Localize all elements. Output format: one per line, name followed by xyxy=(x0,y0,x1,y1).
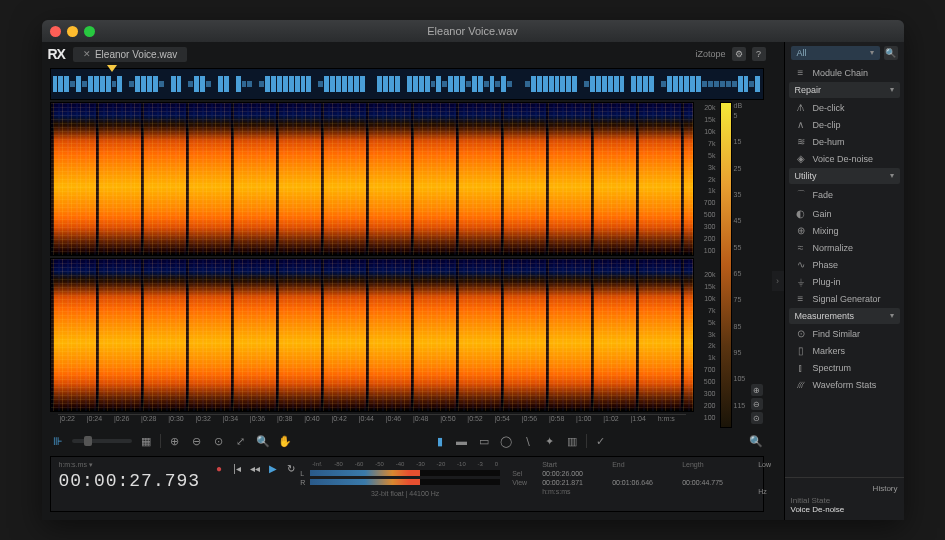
zoom-in-v-button[interactable]: ⊕ xyxy=(751,384,763,396)
module-icon: ⏚ xyxy=(795,276,807,287)
module-chain-button[interactable]: ≡ Module Chain xyxy=(785,64,904,81)
help-button[interactable]: ? xyxy=(752,47,766,61)
spectrogram-right[interactable] xyxy=(50,258,694,412)
history-initial[interactable]: Initial State xyxy=(791,496,898,505)
traffic-lights xyxy=(50,26,95,37)
module-search-button[interactable]: 🔍 xyxy=(884,46,898,60)
close-tab-icon[interactable]: ✕ xyxy=(83,49,91,59)
selection-info: Start End Length Sel 00:00:26.000 View 0… xyxy=(512,461,746,495)
play-button[interactable]: ▶ xyxy=(266,461,280,475)
apply-button[interactable]: ✓ xyxy=(593,433,609,449)
spectrogram-left[interactable] xyxy=(50,102,694,256)
module-de-hum[interactable]: ≋De-hum xyxy=(785,133,904,150)
audio-format-label: 32-bit float | 44100 Hz xyxy=(310,490,500,497)
timecode-display: 00:00:27.793 xyxy=(59,471,201,491)
search-button[interactable]: 🔍 xyxy=(255,433,271,449)
module-phase[interactable]: ∿Phase xyxy=(785,256,904,273)
module-signal-generator[interactable]: ≡Signal Generator xyxy=(785,290,904,307)
module-gain[interactable]: ◐Gain xyxy=(785,205,904,222)
transport-buttons: ● |◂ ◂◂ ▶ ↻ xyxy=(212,461,298,475)
module-icon: ⫻ xyxy=(795,379,807,390)
module-icon: ▯ xyxy=(795,345,807,356)
module-voice-de-noise[interactable]: ◈Voice De-noise xyxy=(785,150,904,167)
module-icon: ⌒ xyxy=(795,188,807,202)
lasso-tool[interactable]: ◯ xyxy=(498,433,514,449)
timecode-block: h:m:s.ms ▾ 00:00:27.793 xyxy=(59,461,201,491)
loop-button[interactable]: ↻ xyxy=(284,461,298,475)
module-icon: ∧ xyxy=(795,119,807,130)
module-group-measurements[interactable]: Measurements▾ xyxy=(789,308,900,324)
window-title: Eleanor Voice.wav xyxy=(42,25,904,37)
minimize-window-button[interactable] xyxy=(67,26,78,37)
time-format-selector[interactable]: h:m:s.ms ▾ xyxy=(59,461,201,469)
playhead-marker[interactable] xyxy=(107,65,117,72)
module-filter-select[interactable]: All ▾ xyxy=(791,46,880,60)
file-tab[interactable]: ✕ Eleanor Voice.wav xyxy=(73,47,187,62)
spectrogram-view-button[interactable]: ▦ xyxy=(138,433,154,449)
module-normalize[interactable]: ≈Normalize xyxy=(785,239,904,256)
chain-icon: ≡ xyxy=(795,67,807,78)
module-group-repair[interactable]: Repair▾ xyxy=(789,82,900,98)
sidebar-collapse-button[interactable]: › xyxy=(772,271,784,291)
meter-right: R xyxy=(310,479,500,485)
module-icon: ⊙ xyxy=(795,328,807,339)
app-window: Eleanor Voice.wav RX ✕ Eleanor Voice.wav… xyxy=(42,20,904,520)
meter-scale: -Inf.-80-60-50-40-30-20-10-30 xyxy=(310,461,500,467)
zoom-h-button[interactable]: 🔍 xyxy=(748,433,764,449)
module-waveform-stats[interactable]: ⫻Waveform Stats xyxy=(785,376,904,393)
record-button[interactable]: ● xyxy=(212,461,226,475)
settings-button[interactable]: ⚙ xyxy=(732,47,746,61)
region-tool[interactable]: ▥ xyxy=(564,433,580,449)
time-select-tool[interactable]: ▮ xyxy=(432,433,448,449)
freq-select-tool[interactable]: ▭ xyxy=(476,433,492,449)
top-toolbar: RX ✕ Eleanor Voice.wav iZotope ⚙ ? xyxy=(42,42,772,66)
module-spectrum[interactable]: ⫿Spectrum xyxy=(785,359,904,376)
amplitude-colorbar xyxy=(720,102,732,428)
meter-left: L xyxy=(310,470,500,476)
module-de-click[interactable]: ⩚De-click xyxy=(785,99,904,116)
history-label[interactable]: History xyxy=(791,484,898,493)
main-panel: RX ✕ Eleanor Voice.wav iZotope ⚙ ? xyxy=(42,42,772,520)
zoom-out-v-button[interactable]: ⊖ xyxy=(751,398,763,410)
zoom-window-button[interactable] xyxy=(84,26,95,37)
module-de-clip[interactable]: ∧De-clip xyxy=(785,116,904,133)
history-panel: History Initial State Voice De-noise xyxy=(785,477,904,520)
zoom-fit-button[interactable]: ⤢ xyxy=(233,433,249,449)
wand-tool[interactable]: ✦ xyxy=(542,433,558,449)
brand-label: iZotope xyxy=(695,49,725,59)
frequency-ruler: 20k15k10k7k5k3k2k1k700500300200100​20k15… xyxy=(694,102,718,428)
module-mixing[interactable]: ⊕Mixing xyxy=(785,222,904,239)
waveform-view-button[interactable]: ⊪ xyxy=(50,433,66,449)
module-icon: ⫿ xyxy=(795,362,807,373)
spectrogram-area: |0:22|0:24|0:26|0:28|0:30|0:32|0:34|0:36… xyxy=(42,102,772,428)
zoom-in-button[interactable]: ⊕ xyxy=(167,433,183,449)
history-last[interactable]: Voice De-noise xyxy=(791,505,898,514)
grab-tool-button[interactable]: ✋ xyxy=(277,433,293,449)
titlebar: Eleanor Voice.wav xyxy=(42,20,904,42)
waveform-overview[interactable] xyxy=(50,68,764,100)
brush-tool[interactable]: ∖ xyxy=(520,433,536,449)
sidebar-top: All ▾ 🔍 xyxy=(785,42,904,64)
level-meters: -Inf.-80-60-50-40-30-20-10-30 L R 32-bit… xyxy=(310,461,500,497)
zoom-out-button[interactable]: ⊖ xyxy=(189,433,205,449)
zoom-sel-button[interactable]: ⊙ xyxy=(211,433,227,449)
tf-select-tool[interactable]: ▬ xyxy=(454,433,470,449)
module-icon: ⩚ xyxy=(795,102,807,113)
zoom-reset-v-button[interactable]: ⊙ xyxy=(751,412,763,424)
skip-back-button[interactable]: ◂◂ xyxy=(248,461,262,475)
overview-waveform xyxy=(53,71,761,97)
module-sidebar: All ▾ 🔍 ≡ Module Chain Repair▾⩚De-click∧… xyxy=(784,42,904,520)
spectrogram-column: |0:22|0:24|0:26|0:28|0:30|0:32|0:34|0:36… xyxy=(50,102,694,428)
module-plug-in[interactable]: ⏚Plug-in xyxy=(785,273,904,290)
module-markers[interactable]: ▯Markers xyxy=(785,342,904,359)
rewind-button[interactable]: |◂ xyxy=(230,461,244,475)
module-group-utility[interactable]: Utility▾ xyxy=(789,168,900,184)
app-logo: RX xyxy=(48,46,65,62)
module-fade[interactable]: ⌒Fade xyxy=(785,185,904,205)
module-find-similar[interactable]: ⊙Find Similar xyxy=(785,325,904,342)
close-window-button[interactable] xyxy=(50,26,61,37)
blend-slider[interactable] xyxy=(72,439,132,443)
brand-area: iZotope ⚙ ? xyxy=(695,47,765,61)
module-icon: ∿ xyxy=(795,259,807,270)
module-icon: ≡ xyxy=(795,293,807,304)
